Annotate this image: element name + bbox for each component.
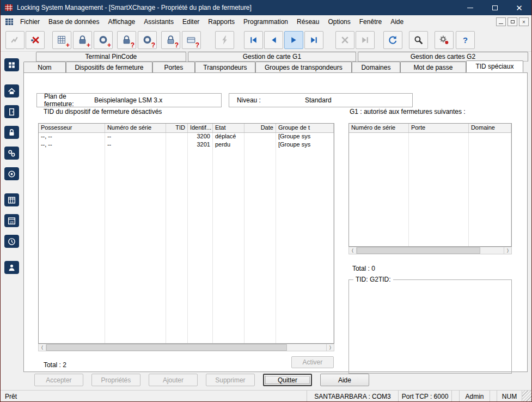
menu-programmation[interactable]: Programmation xyxy=(239,16,292,28)
column-numero-de-serie[interactable]: Numéro de série xyxy=(105,124,166,132)
sidebar-schedule-button[interactable] xyxy=(4,193,19,206)
right-table-hscrollbar[interactable]: 〈 〉 xyxy=(348,247,512,254)
scroll-right-arrow[interactable]: 〉 xyxy=(326,344,334,351)
nav-next-button[interactable] xyxy=(284,31,303,49)
quitter-button[interactable]: Quitter xyxy=(263,374,312,386)
column-identif[interactable]: Identif... xyxy=(188,124,213,132)
scroll-thumb[interactable] xyxy=(357,247,480,254)
new-transponder-button[interactable]: + xyxy=(94,31,113,49)
left-table-hscrollbar[interactable]: 〈 〉 xyxy=(38,344,334,351)
tab-gestion-carte-g1[interactable]: Gestion de carte G1 xyxy=(188,52,356,62)
tab-groupes-de-transpondeurs[interactable]: Groupes de transpondeurs xyxy=(255,62,352,72)
mdi-minimize-button[interactable] xyxy=(496,17,506,26)
menu-base-de-donnees[interactable]: Base de données xyxy=(44,16,103,28)
lock-query-button[interactable]: ? xyxy=(117,31,136,49)
tab-transpondeurs[interactable]: Transpondeurs xyxy=(195,62,255,72)
left-total-label: Total : 2 xyxy=(44,361,66,369)
question-badge-icon: ? xyxy=(195,42,199,48)
nav-last-disabled-button[interactable] xyxy=(356,31,375,49)
nav-first-button[interactable] xyxy=(244,31,263,49)
sidebar-clock-button[interactable] xyxy=(4,235,19,248)
tab-nom[interactable]: Nom xyxy=(23,62,66,72)
tab-dispositifs-de-fermeture[interactable]: Dispositifs de fermeture xyxy=(66,62,152,72)
search-button[interactable] xyxy=(409,31,428,49)
sidebar-transponder-button[interactable] xyxy=(4,147,19,160)
column-etat[interactable]: Etat xyxy=(213,124,244,132)
cell-identif: 3201 xyxy=(188,141,213,149)
nav-last-button[interactable] xyxy=(304,31,323,49)
menu-fenetre[interactable]: Fenêtre xyxy=(355,16,386,28)
sidebar-calendar-button[interactable]: 23 xyxy=(4,214,19,227)
sidebar-door-button[interactable] xyxy=(4,105,19,118)
ajouter-button[interactable]: Ajouter xyxy=(149,374,198,386)
sidebar-lock-button[interactable] xyxy=(4,126,19,139)
lock-state-query-button[interactable]: ? xyxy=(161,31,180,49)
new-lock-button[interactable]: + xyxy=(73,31,92,49)
help-button[interactable]: ? xyxy=(456,31,475,49)
connect-button[interactable] xyxy=(5,31,25,49)
tab-terminal-pincode[interactable]: Terminal PinCode xyxy=(36,52,186,62)
scroll-left-arrow[interactable]: 〈 xyxy=(39,344,46,351)
scroll-thumb[interactable] xyxy=(46,344,287,351)
column-possesseur[interactable]: Possesseur xyxy=(39,124,105,132)
tab-tid-speciaux[interactable]: TID spéciaux xyxy=(466,60,523,72)
nav-prev-button[interactable] xyxy=(264,31,283,49)
mdi-restore-button[interactable] xyxy=(507,17,517,26)
accepter-button[interactable]: Accepter xyxy=(34,374,83,386)
search-icon xyxy=(413,35,424,45)
resize-grip[interactable] xyxy=(522,391,531,402)
column-date[interactable]: Date xyxy=(244,124,276,132)
sidebar-person-button[interactable] xyxy=(4,261,19,274)
scroll-right-arrow[interactable]: 〉 xyxy=(504,247,511,254)
menu-reseau[interactable]: Réseau xyxy=(292,16,323,28)
aide-button[interactable]: Aide xyxy=(320,374,369,386)
maximize-button[interactable] xyxy=(482,0,507,15)
column-numero-de-serie[interactable]: Numéro de série xyxy=(349,124,409,132)
refresh-button[interactable] xyxy=(383,31,402,49)
disconnect-button[interactable] xyxy=(26,31,45,49)
menu-assistants[interactable]: Assistants xyxy=(139,16,178,28)
toolbar: + + + ? ? ? ? ? xyxy=(1,28,531,52)
column-groupe[interactable]: Groupe de t xyxy=(276,124,334,132)
menu-aide[interactable]: Aide xyxy=(386,16,408,28)
tab-portes[interactable]: Portes xyxy=(152,62,195,72)
tab-domaines[interactable]: Domaines xyxy=(352,62,400,72)
cancel-button[interactable] xyxy=(335,31,354,49)
sidebar-home-button[interactable] xyxy=(4,84,19,98)
sidebar-target-button[interactable] xyxy=(4,167,19,180)
mdi-close-button[interactable]: × xyxy=(519,17,529,26)
table-row[interactable]: --, -- -- 3201 perdu [Groupe sys xyxy=(39,141,334,149)
g1-authorized-table[interactable]: Numéro de série Porte Domaine xyxy=(348,123,512,247)
close-button[interactable]: ✕ xyxy=(507,0,531,15)
sidebar-matrix-view-button[interactable] xyxy=(4,58,19,71)
target-icon xyxy=(7,169,16,179)
supprimer-button[interactable]: Supprimer xyxy=(206,374,255,386)
card-query-button[interactable]: ? xyxy=(182,31,201,49)
scroll-left-arrow[interactable]: 〈 xyxy=(349,247,357,254)
column-domaine[interactable]: Domaine xyxy=(469,124,511,132)
document-matrix-icon[interactable] xyxy=(4,17,15,26)
tab-mot-de-passe[interactable]: Mot de passe xyxy=(400,62,466,72)
activer-button[interactable]: Activer xyxy=(291,356,334,368)
scroll-track[interactable] xyxy=(46,344,326,351)
column-porte[interactable]: Porte xyxy=(409,124,469,132)
main-area: 23 Terminal PinCode Gestion de carte G1 … xyxy=(1,52,531,390)
proprietes-button[interactable]: Propriétés xyxy=(91,374,140,386)
menu-fichier[interactable]: Fichier xyxy=(16,16,44,28)
menu-affichage[interactable]: Affichage xyxy=(103,16,139,28)
person-icon xyxy=(7,263,16,272)
table-row[interactable]: --, -- -- 3200 déplacé [Groupe sys xyxy=(39,133,334,141)
scroll-track[interactable] xyxy=(357,247,504,254)
menu-options[interactable]: Options xyxy=(323,16,354,28)
search-settings-button[interactable] xyxy=(435,31,454,49)
table-empty-area xyxy=(349,133,511,246)
new-matrix-button[interactable]: + xyxy=(52,31,71,49)
menu-editer[interactable]: Editer xyxy=(178,16,204,28)
transponder-query-button[interactable]: ? xyxy=(138,31,157,49)
column-tid[interactable]: TID xyxy=(166,124,188,132)
deactivated-tid-table[interactable]: Possesseur Numéro de série TID Identif..… xyxy=(38,123,334,344)
program-button[interactable] xyxy=(215,31,234,49)
minimize-button[interactable] xyxy=(458,0,482,15)
connect-icon xyxy=(10,35,20,45)
menu-rapports[interactable]: Rapports xyxy=(204,16,239,28)
